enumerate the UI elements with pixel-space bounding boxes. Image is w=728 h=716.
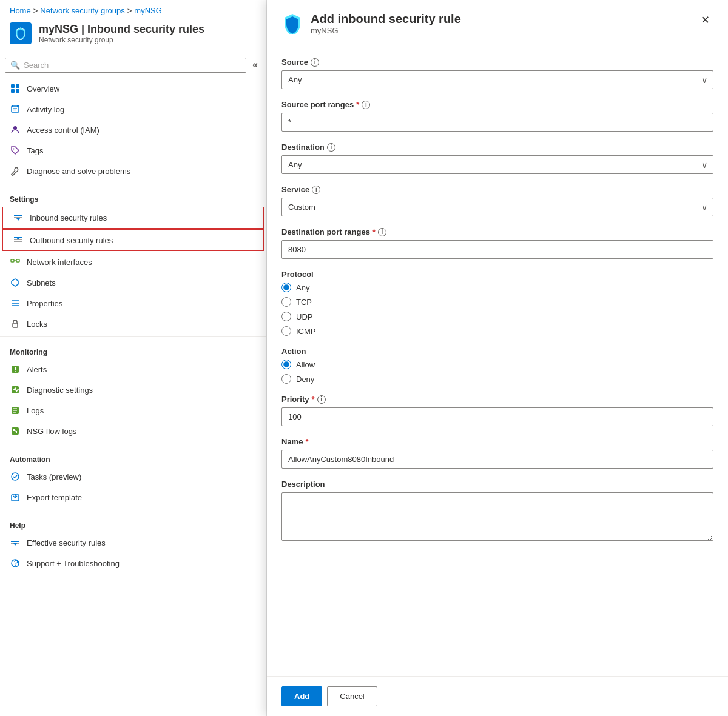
destination-select[interactable]: Any IP Addresses Service Tag Application…	[281, 155, 713, 174]
sidebar-item-inbound[interactable]: Inbound security rules	[2, 207, 264, 229]
breadcrumb-network[interactable]: Network security groups	[40, 6, 124, 15]
protocol-radio-group: Any TCP UDP ICMP	[281, 283, 713, 336]
protocol-tcp-radio[interactable]	[281, 297, 291, 307]
svg-rect-3	[16, 89, 19, 93]
sidebar-item-effective[interactable]: Effective security rules	[0, 532, 266, 553]
source-port-info-icon[interactable]: i	[362, 101, 370, 109]
export-icon	[10, 492, 21, 503]
protocol-tcp-label: TCP	[296, 298, 312, 307]
sidebar-item-support[interactable]: ? Support + Troubleshooting	[0, 553, 266, 574]
breadcrumb-home[interactable]: Home	[10, 6, 31, 15]
section-automation-label: Automation	[0, 447, 266, 466]
panel-cancel-button[interactable]: Cancel	[327, 686, 377, 706]
section-help-label: Help	[0, 513, 266, 532]
action-allow-option[interactable]: Allow	[281, 360, 713, 369]
tasks-icon	[10, 471, 21, 482]
panel-add-button[interactable]: Add	[281, 686, 322, 706]
panel-header: Add inbound security rule myNSG ✕	[267, 0, 728, 45]
sidebar-item-nsg-flow[interactable]: NSG flow logs	[0, 421, 266, 441]
protocol-any-label: Any	[296, 283, 309, 292]
action-allow-radio[interactable]	[281, 360, 291, 369]
sidebar-item-subnets[interactable]: Subnets	[0, 272, 266, 293]
wrench-icon	[10, 166, 21, 176]
svg-rect-26	[13, 323, 18, 327]
sidebar-item-net-interfaces[interactable]: Network interfaces	[0, 252, 266, 272]
svg-rect-16	[14, 239, 22, 240]
activity-label: Activity log	[27, 105, 64, 114]
sidebar-item-overview[interactable]: Overview	[0, 78, 266, 99]
action-label: Action	[281, 347, 713, 356]
effective-icon	[10, 537, 21, 548]
sidebar-item-tags[interactable]: Tags	[0, 140, 266, 161]
source-port-input[interactable]	[281, 113, 713, 132]
protocol-icmp-option[interactable]: ICMP	[281, 326, 713, 336]
overview-icon	[10, 83, 21, 94]
subnets-icon	[10, 277, 21, 288]
breadcrumb-current[interactable]: myNSG	[134, 6, 162, 15]
page-header-text: myNSG | Inbound security rules Network s…	[39, 23, 204, 44]
section-settings-label: Settings	[0, 187, 266, 206]
protocol-any-option[interactable]: Any	[281, 283, 713, 292]
action-deny-option[interactable]: Deny	[281, 374, 713, 384]
sidebar-item-outbound[interactable]: Outbound security rules	[2, 229, 264, 251]
priority-info-icon[interactable]: i	[317, 395, 326, 404]
svg-marker-22	[12, 279, 19, 286]
service-select[interactable]: Custom HTTP HTTPS SSH RDP	[281, 198, 713, 216]
destination-select-wrapper[interactable]: Any IP Addresses Service Tag Application…	[281, 155, 713, 174]
svg-rect-38	[11, 541, 19, 542]
sidebar-item-iam[interactable]: Access control (IAM)	[0, 119, 266, 140]
panel-subtitle: myNSG	[311, 26, 690, 35]
search-icon: 🔍	[10, 61, 20, 70]
sidebar-item-activity-log[interactable]: Activity log	[0, 99, 266, 119]
sidebar-item-logs[interactable]: Logs	[0, 400, 266, 421]
description-label: Description	[281, 480, 713, 489]
source-info-icon[interactable]: i	[311, 58, 319, 67]
search-box[interactable]: 🔍	[5, 58, 246, 73]
form-group-description: Description	[281, 480, 713, 543]
sidebar-item-export[interactable]: Export template	[0, 487, 266, 507]
svg-text:?: ?	[14, 558, 18, 567]
sidebar-item-locks[interactable]: Locks	[0, 313, 266, 334]
name-input[interactable]	[281, 450, 713, 469]
protocol-udp-option[interactable]: UDP	[281, 312, 713, 321]
diagnose-label: Diagnose and solve problems	[27, 167, 130, 176]
source-port-label: Source port ranges * i	[281, 100, 713, 109]
panel-close-button[interactable]: ✕	[697, 12, 713, 28]
search-input[interactable]	[24, 61, 241, 70]
section-monitoring-label: Monitoring	[0, 340, 266, 359]
dest-port-input[interactable]	[281, 240, 713, 259]
dest-port-info-icon[interactable]: i	[378, 228, 386, 236]
protocol-icmp-radio[interactable]	[281, 326, 291, 336]
service-select-wrapper[interactable]: Custom HTTP HTTPS SSH RDP	[281, 198, 713, 216]
description-textarea[interactable]	[281, 492, 713, 541]
left-panel: Home > Network security groups > myNSG m…	[0, 0, 267, 716]
protocol-any-radio[interactable]	[281, 283, 291, 292]
destination-info-icon[interactable]: i	[327, 143, 335, 152]
protocol-tcp-option[interactable]: TCP	[281, 297, 713, 307]
sidebar-item-diagnose[interactable]: Diagnose and solve problems	[0, 161, 266, 181]
svg-point-29	[15, 371, 16, 372]
priority-input[interactable]	[281, 407, 713, 426]
destination-label: Destination i	[281, 142, 713, 152]
action-deny-radio[interactable]	[281, 374, 291, 384]
sidebar-item-diagnostic[interactable]: Diagnostic settings	[0, 380, 266, 400]
form-group-action: Action Allow Deny	[281, 347, 713, 384]
logs-icon	[10, 405, 21, 416]
form-group-source-port: Source port ranges * i	[281, 100, 713, 132]
form-group-source: Source i Any IP Addresses Service Tag Ap…	[281, 58, 713, 89]
sidebar-item-properties[interactable]: Properties	[0, 293, 266, 313]
source-select[interactable]: Any IP Addresses Service Tag Application…	[281, 70, 713, 89]
collapse-button[interactable]: «	[249, 57, 261, 73]
nsg-flow-label: NSG flow logs	[27, 427, 76, 436]
svg-rect-17	[14, 241, 22, 242]
flow-icon	[10, 426, 21, 437]
service-info-icon[interactable]: i	[312, 186, 320, 194]
source-select-wrapper[interactable]: Any IP Addresses Service Tag Application…	[281, 70, 713, 89]
sidebar-item-alerts[interactable]: Alerts	[0, 359, 266, 380]
svg-rect-6	[17, 105, 19, 107]
form-group-dest-port: Destination port ranges * i	[281, 227, 713, 259]
overlay-backdrop[interactable]: Add inbound security rule myNSG ✕ Source…	[497, 0, 728, 716]
sidebar-item-tasks[interactable]: Tasks (preview)	[0, 466, 266, 487]
protocol-udp-radio[interactable]	[281, 312, 291, 321]
svg-point-10	[13, 149, 15, 150]
